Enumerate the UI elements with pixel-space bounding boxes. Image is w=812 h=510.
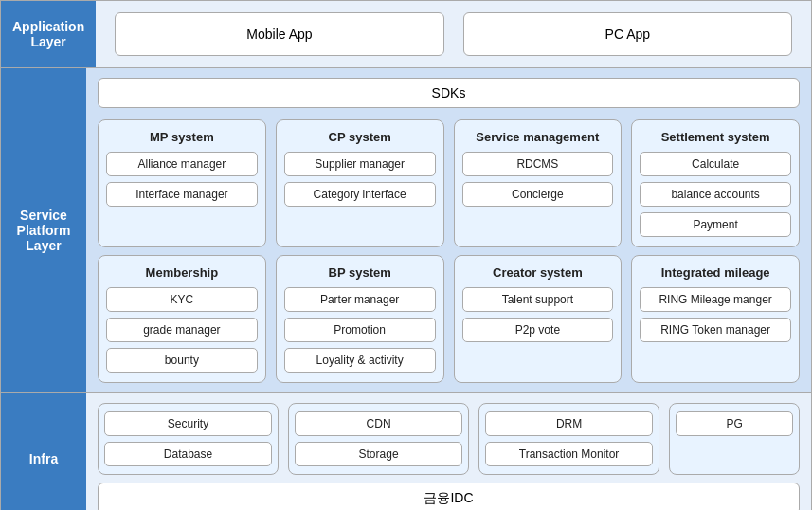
infra-database-item: Database [104, 442, 272, 466]
bp-system-title: BP system [284, 265, 436, 280]
service-layer-label: Service Platform Layer [1, 68, 86, 392]
mileage-item-0: RING Mileage manger [640, 287, 791, 312]
pc-app-box: PC App [463, 12, 792, 56]
service-mgmt-item-0: RDCMS [462, 152, 614, 176]
infra-pg-item: PG [676, 411, 793, 436]
infra-items-row: Security Database CDN Storage DRM Transa… [98, 403, 800, 475]
service-mgmt-item-1: Concierge [462, 182, 614, 207]
infra-drm-group: DRM Transaction Monitor [478, 403, 659, 475]
infra-layer-content: Security Database CDN Storage DRM Transa… [86, 393, 811, 510]
service-layer-content: SDKs MP system Alliance manager Interfac… [86, 68, 811, 392]
mileage-item-1: RING Token manager [640, 318, 791, 342]
membership-group: Membership KYC grade manager bounty [98, 255, 266, 383]
creator-item-0: Talent support [462, 287, 614, 312]
service-mgmt-title: Service management [462, 130, 614, 144]
settlement-title: Settlement system [640, 130, 791, 144]
infra-security-group: Security Database [98, 403, 279, 475]
settlement-item-1: balance accounts [640, 182, 791, 207]
infra-layer-row: Infra Security Database CDN Storage DRM … [1, 393, 811, 510]
creator-system-group: Creator system Talent support P2p vote [454, 255, 623, 383]
application-layer-row: Application Layer Mobile App PC App [1, 1, 811, 68]
infra-security-item: Security [104, 411, 272, 436]
bp-item-1: Promotion [284, 318, 436, 342]
infra-storage-item: Storage [295, 442, 462, 466]
application-layer-content: Mobile App PC App [96, 1, 811, 67]
integrated-mileage-title: Integrated mileage [640, 265, 791, 280]
architecture-diagram: Application Layer Mobile App PC App Serv… [0, 0, 812, 510]
creator-item-1: P2p vote [462, 318, 614, 342]
cp-item-0: Supplier manager [284, 152, 436, 176]
cp-system-group: CP system Supplier manager Category inte… [276, 119, 444, 247]
cp-item-1: Category interface [284, 182, 436, 207]
creator-system-title: Creator system [462, 265, 614, 280]
service-layer-row: Service Platform Layer SDKs MP system Al… [1, 68, 811, 393]
mp-system-group: MP system Alliance manager Interface man… [98, 119, 266, 247]
infra-drm-item: DRM [485, 411, 653, 436]
settlement-group: Settlement system Calculate balance acco… [631, 119, 800, 247]
settlement-item-2: Payment [640, 212, 791, 237]
service-row1: MP system Alliance manager Interface man… [98, 119, 800, 247]
settlement-item-0: Calculate [640, 152, 791, 176]
membership-item-0: KYC [106, 287, 258, 312]
integrated-mileage-group: Integrated mileage RING Mileage manger R… [631, 255, 800, 383]
service-mgmt-group: Service management RDCMS Concierge [454, 119, 623, 247]
mp-system-title: MP system [106, 130, 258, 144]
membership-item-2: bounty [106, 348, 258, 373]
service-row2: Membership KYC grade manager bounty BP s… [98, 255, 800, 383]
infra-cdn-group: CDN Storage [288, 403, 469, 475]
application-layer-label: Application Layer [1, 1, 96, 67]
mobile-app-box: Mobile App [115, 12, 443, 56]
bp-item-0: Parter manager [284, 287, 436, 312]
infra-bottom-bar: 금융IDC [98, 483, 800, 510]
membership-title: Membership [106, 265, 258, 280]
sdk-bar: SDKs [98, 78, 800, 108]
infra-transaction-item: Transaction Monitor [485, 442, 653, 466]
infra-layer-label: Infra [1, 393, 86, 510]
cp-system-title: CP system [284, 130, 436, 144]
membership-item-1: grade manager [106, 318, 258, 342]
infra-pg-group: PG [669, 403, 800, 475]
mp-item-1: Interface manager [106, 182, 258, 207]
bp-system-group: BP system Parter manager Promotion Loyal… [276, 255, 444, 383]
bp-item-2: Loyality & activity [284, 348, 436, 373]
infra-cdn-item: CDN [295, 411, 462, 436]
mp-item-0: Alliance manager [106, 152, 258, 176]
